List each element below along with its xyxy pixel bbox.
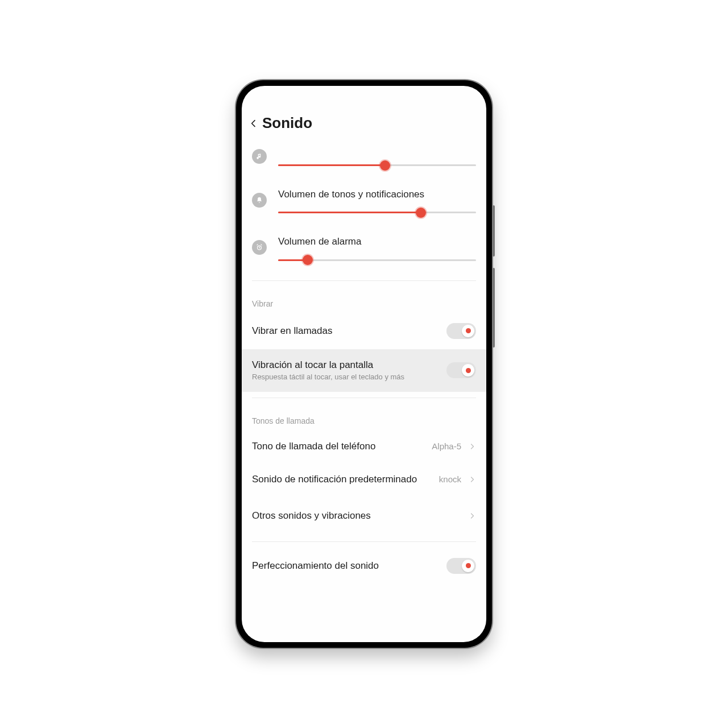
chevron-left-icon — [249, 117, 258, 130]
row-title: Perfeccionamiento del sonido — [252, 560, 440, 572]
music-note-icon — [252, 149, 267, 164]
phone-ringtone-row[interactable]: Tono de llamada del teléfono Alpha-5 — [242, 430, 486, 463]
phone-frame: Sonido — [236, 80, 492, 648]
chevron-right-icon — [468, 440, 476, 453]
vibrate-on-touch-toggle[interactable] — [446, 362, 476, 378]
volume-sliders-section: Volumen de tonos y notificaciones Volume… — [242, 138, 486, 275]
vibrate-on-touch-row[interactable]: Vibración al tocar la pantalla Respuesta… — [242, 349, 486, 392]
bell-icon — [252, 193, 267, 208]
row-title: Otros sonidos y vibraciones — [252, 510, 461, 522]
section-header-ringtones: Tonos de llamada — [242, 404, 486, 430]
default-notification-sound-row[interactable]: Sonido de notificación predeterminado kn… — [242, 463, 486, 496]
vibrate-on-calls-row[interactable]: Vibrar en llamadas — [242, 313, 486, 349]
row-title: Vibrar en llamadas — [252, 325, 440, 337]
alarm-clock-icon — [252, 240, 267, 255]
alarm-volume-slider[interactable] — [278, 259, 476, 261]
row-subtitle: Respuesta táctil al tocar, usar el tecla… — [252, 373, 440, 382]
back-button[interactable] — [249, 115, 259, 131]
chevron-right-icon — [468, 510, 476, 522]
row-title: Sonido de notificación predeterminado — [252, 474, 432, 485]
sound-enhancement-row[interactable]: Perfeccionamiento del sonido — [242, 548, 486, 584]
media-volume-row — [252, 141, 476, 174]
section-header-vibrate: Vibrar — [242, 287, 486, 313]
other-sounds-row[interactable]: Otros sonidos y vibraciones — [242, 496, 486, 536]
divider — [252, 280, 476, 281]
divider — [252, 541, 476, 542]
screen: Sonido — [242, 86, 486, 642]
media-volume-slider[interactable] — [278, 164, 476, 166]
alarm-volume-row: Volumen de alarma — [252, 221, 476, 268]
vibrate-on-calls-toggle[interactable] — [446, 323, 476, 339]
row-title: Vibración al tocar la pantalla — [252, 359, 440, 371]
ringtone-volume-label: Volumen de tonos y notificaciones — [278, 189, 476, 200]
ringtone-volume-row: Volumen de tonos y notificaciones — [252, 174, 476, 221]
sound-enhancement-toggle[interactable] — [446, 558, 476, 574]
row-value: knock — [439, 474, 461, 484]
row-value: Alpha-5 — [432, 441, 461, 451]
side-button-power — [493, 205, 495, 257]
side-button-volume — [493, 268, 495, 348]
ringtone-volume-slider[interactable] — [278, 212, 476, 213]
divider — [252, 398, 476, 398]
alarm-volume-label: Volumen de alarma — [278, 236, 476, 247]
page-header: Sonido — [242, 111, 486, 138]
chevron-right-icon — [468, 473, 476, 486]
settings-sound-screen: Sonido — [242, 86, 486, 642]
row-title: Tono de llamada del teléfono — [252, 441, 425, 452]
page-title: Sonido — [262, 114, 312, 132]
